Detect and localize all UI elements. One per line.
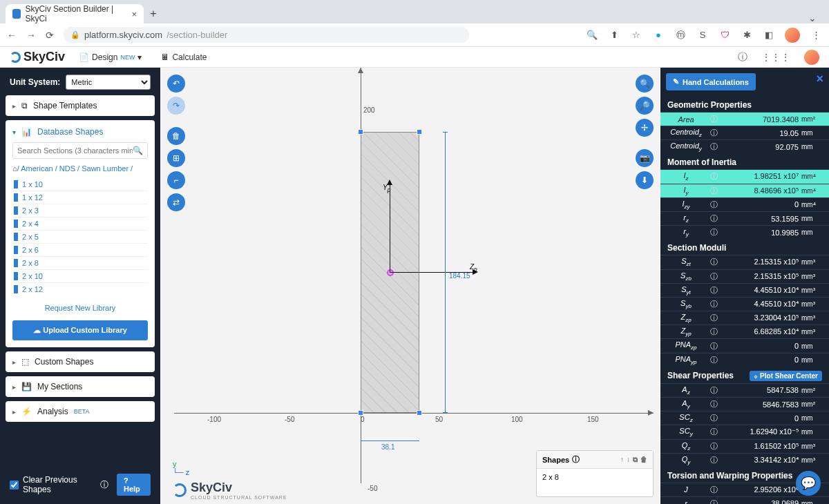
back-icon[interactable]: ← <box>7 30 17 41</box>
shape-item[interactable]: 2 x 12 <box>12 283 148 295</box>
info-icon[interactable]: ⓘ <box>707 213 720 224</box>
info-icon[interactable]: ⓘ <box>707 413 720 423</box>
ext1-icon[interactable]: ● <box>652 29 665 41</box>
selected-shape[interactable]: 2 x 8 <box>542 473 559 481</box>
info-icon[interactable]: ⓘ <box>707 313 720 323</box>
info-icon[interactable]: ⓘ <box>707 186 720 196</box>
hand-calculations-button[interactable]: ✎ Hand Calculations <box>666 73 756 90</box>
panel-my-sections[interactable]: ▸ 💾 My Sections <box>6 376 155 397</box>
close-icon[interactable]: × <box>131 9 137 19</box>
menu-design[interactable]: 📄 Design NEW ▾ <box>79 52 142 62</box>
browser-tab[interactable]: SkyCiv Section Builder | SkyCi × <box>6 4 144 23</box>
tool-delete-icon[interactable]: 🗑 <box>167 127 185 145</box>
apps-icon[interactable]: ⋮⋮⋮ <box>761 52 790 63</box>
home-icon[interactable]: ⌂ <box>12 164 17 173</box>
ext3-icon[interactable]: S <box>696 29 709 41</box>
ext4-icon[interactable]: 🛡 <box>718 29 731 41</box>
unit-select[interactable]: Metric <box>66 75 151 90</box>
tool-zoomin-icon[interactable]: 🔍 <box>636 75 654 93</box>
panel-custom-shapes[interactable]: ▸ ⬚ Custom Shapes <box>6 351 155 372</box>
info-icon[interactable]: ⓘ <box>707 427 720 437</box>
user-avatar[interactable] <box>804 50 819 65</box>
sidepanel-icon[interactable]: ◧ <box>763 29 775 41</box>
request-library-link[interactable]: Request New Library <box>12 301 148 315</box>
tool-download-icon[interactable]: ⬇ <box>636 171 654 189</box>
tabs-chevron-icon[interactable]: ⌄ <box>808 12 823 23</box>
menu-calculate[interactable]: 🖩 Calculate <box>161 52 207 62</box>
handle-tl[interactable] <box>358 129 363 135</box>
shape-list[interactable]: 1 x 101 x 122 x 32 x 42 x 52 x 62 x 82 x… <box>12 178 148 295</box>
info-icon[interactable]: ⓘ <box>707 341 720 351</box>
search-page-icon[interactable]: 🔍 <box>586 29 598 41</box>
menu-icon[interactable]: ⋮ <box>810 29 822 41</box>
info-icon[interactable]: ⓘ <box>707 485 720 495</box>
plot-shear-button[interactable]: ⬦ Plot Shear Center <box>750 371 822 381</box>
close-icon[interactable]: × <box>816 72 823 86</box>
new-tab-button[interactable]: + <box>144 4 163 23</box>
copy-icon[interactable]: ⧉ <box>633 456 638 464</box>
forward-icon[interactable]: → <box>26 30 36 41</box>
tool-zoomout-icon[interactable]: 🔎 <box>636 97 654 115</box>
info-icon[interactable]: ⓘ <box>707 299 720 309</box>
info-icon[interactable]: ⓘ <box>707 498 720 504</box>
reload-icon[interactable]: ⟳ <box>46 30 54 41</box>
clear-previous-checkbox[interactable] <box>10 481 19 490</box>
panel-analysis[interactable]: ▸ ⚡ Analysis BETA <box>6 401 155 422</box>
info-icon[interactable]: ⓘ <box>707 355 720 365</box>
upload-library-button[interactable]: ☁ Upload Custom Library <box>12 320 148 340</box>
app-logo[interactable]: SkyCiv <box>10 50 65 64</box>
info-icon[interactable]: ⓘ <box>707 441 720 452</box>
help-icon[interactable]: ⓘ <box>738 51 747 64</box>
tool-redo-icon[interactable]: ↷ <box>167 97 185 115</box>
shapes-panel-body[interactable]: 2 x 8 <box>537 469 653 496</box>
tool-grid-icon[interactable]: ⊞ <box>167 149 185 167</box>
panel-shape-templates[interactable]: ▸ ⧉ Shape Templates <box>6 95 155 116</box>
info-icon[interactable]: ⓘ <box>707 142 720 152</box>
shape-item[interactable]: 2 x 10 <box>12 270 148 283</box>
info-icon[interactable]: ⓘ <box>707 399 720 409</box>
help-button[interactable]: ? Help <box>117 474 151 496</box>
shape-item[interactable]: 2 x 5 <box>12 231 148 244</box>
shape-item[interactable]: 2 x 8 <box>12 257 148 270</box>
search-sections[interactable]: 🔍 <box>12 142 148 159</box>
move-up-icon[interactable]: ↑ <box>620 456 624 463</box>
shape-item[interactable]: 1 x 10 <box>12 178 148 191</box>
info-icon[interactable]: ⓘ <box>707 285 720 295</box>
info-icon[interactable]: ⓘ <box>707 257 720 267</box>
handle-bl[interactable] <box>358 410 363 416</box>
info-icon[interactable]: ⓘ <box>707 271 720 282</box>
info-icon[interactable]: ⓘ <box>572 454 580 465</box>
tool-camera-icon[interactable]: 📷 <box>636 149 654 167</box>
info-icon[interactable]: ⓘ <box>707 128 720 138</box>
info-icon[interactable]: ⓘ <box>707 455 720 465</box>
tool-undo-icon[interactable]: ↶ <box>167 75 185 93</box>
search-input[interactable] <box>17 146 133 155</box>
shape-item[interactable]: 2 x 3 <box>12 204 148 217</box>
tool-toggle-icon[interactable]: ⇄ <box>167 193 185 211</box>
shape-item[interactable]: 2 x 6 <box>12 244 148 257</box>
info-icon[interactable]: ⓘ <box>707 227 720 238</box>
info-icon[interactable]: ⓘ <box>100 479 108 491</box>
extensions-icon[interactable]: ✱ <box>741 29 753 41</box>
info-icon[interactable]: ⓘ <box>707 114 720 124</box>
shape-item[interactable]: 1 x 12 <box>12 191 148 204</box>
info-icon[interactable]: ⓘ <box>707 385 720 396</box>
info-icon[interactable]: ⓘ <box>707 327 720 337</box>
canvas[interactable]: ↶ ↷ 🗑 ⊞ ⌐ ⇄ 🔍 🔎 ✢ 📷 ⬇ 200 150 100 50 -50… <box>160 68 660 504</box>
profile-avatar[interactable] <box>785 28 800 43</box>
url-field[interactable]: 🔒 platform.skyciv.com/section-builder <box>64 27 469 43</box>
handle-br[interactable] <box>417 410 422 416</box>
bookmark-icon[interactable]: ☆ <box>630 29 642 41</box>
delete-icon[interactable]: 🗑 <box>640 456 647 463</box>
share-icon[interactable]: ⬆ <box>608 29 620 41</box>
info-icon[interactable]: ⓘ <box>707 171 720 182</box>
shape-item[interactable]: 2 x 4 <box>12 217 148 231</box>
move-down-icon[interactable]: ↓ <box>627 456 630 463</box>
ext2-icon[interactable]: ⓜ <box>674 29 687 41</box>
tool-snap-icon[interactable]: ⌐ <box>167 171 185 189</box>
tool-fit-icon[interactable]: ✢ <box>636 119 654 137</box>
breadcrumb[interactable]: ⌂/ American / NDS / Sawn Lumber / <box>12 164 148 173</box>
handle-tr[interactable] <box>417 129 422 135</box>
info-icon[interactable]: ⓘ <box>707 200 720 210</box>
chat-icon[interactable]: 💬 <box>796 471 821 496</box>
